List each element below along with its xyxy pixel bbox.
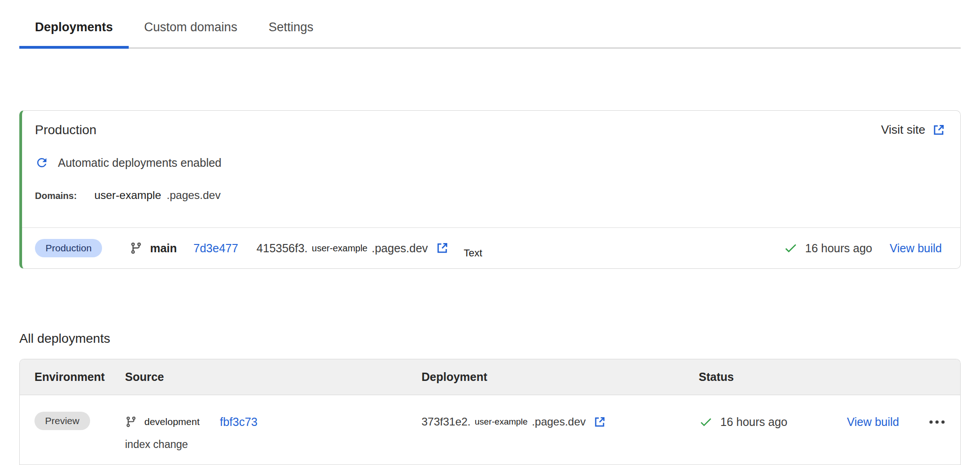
deployment-url-suffix: .pages.dev [371,242,427,255]
table-header-row: Environment Source Deployment Status [20,359,960,395]
deployment-url-subdomain: user-example [312,243,367,254]
external-link-icon [932,123,946,137]
tab-custom-domains[interactable]: Custom domains [129,13,253,47]
column-header-status: Status [699,370,960,384]
refresh-icon [35,156,49,170]
deployment-url-link[interactable]: 373f31e2. user-example .pages.dev [422,415,606,429]
column-header-environment: Environment [34,370,125,384]
page: Deployments Custom domains Settings Prod… [0,13,980,465]
tab-settings[interactable]: Settings [253,13,329,47]
git-branch-icon [130,242,142,255]
domain-value: user-example [94,189,161,202]
auto-deployments-text: Automatic deployments enabled [58,156,222,170]
branch-name: main [150,242,177,255]
success-check-icon [783,241,798,255]
tab-deployments[interactable]: Deployments [19,13,129,47]
text-annotation: Text [464,247,482,259]
production-card-title: Production [35,123,97,137]
external-link-icon [593,415,606,429]
deployment-time: 16 hours ago [720,415,787,429]
view-build-link[interactable]: View build [847,415,899,429]
column-header-source: Source [125,370,422,384]
commit-link[interactable]: fbf3c73 [220,415,257,429]
all-deployments-title: All deployments [19,331,961,346]
visit-site-label: Visit site [881,123,925,137]
deployment-url-prefix: 373f31e2. [422,415,471,428]
commit-link[interactable]: 7d3e477 [194,242,238,255]
environment-badge-preview: Preview [34,412,90,430]
deployment-url-subdomain: user-example [475,417,528,427]
production-deployment-row: Production main 7d3e477 415356f3. user-e… [22,227,960,268]
git-branch-icon [125,416,137,428]
ellipsis-icon [935,420,939,424]
row-menu-button[interactable] [928,416,946,428]
deployment-time: 16 hours ago [805,242,872,255]
commit-message: index change [125,438,422,451]
tab-bar: Deployments Custom domains Settings [19,13,961,49]
table-row: Preview development fbf3c73 index change… [20,395,960,465]
ellipsis-icon [929,420,933,424]
production-card: Production Visit site [19,110,961,269]
environment-badge-production: Production [35,239,102,257]
deployment-url-prefix: 415356f3. [256,242,308,255]
deployments-table: Environment Source Deployment Status Pre… [19,359,961,465]
column-header-deployment: Deployment [422,370,699,384]
deployment-url-suffix: .pages.dev [532,415,586,428]
deployment-url-link[interactable]: 415356f3. user-example .pages.dev [256,241,449,255]
domains-label: Domains: [35,191,77,201]
ellipsis-icon [941,420,945,424]
success-check-icon [699,415,713,429]
visit-site-link[interactable]: Visit site [881,123,946,137]
external-link-icon [435,241,449,255]
view-build-link[interactable]: View build [889,242,942,255]
domain-suffix: .pages.dev [167,189,221,202]
branch-name: development [144,416,199,427]
